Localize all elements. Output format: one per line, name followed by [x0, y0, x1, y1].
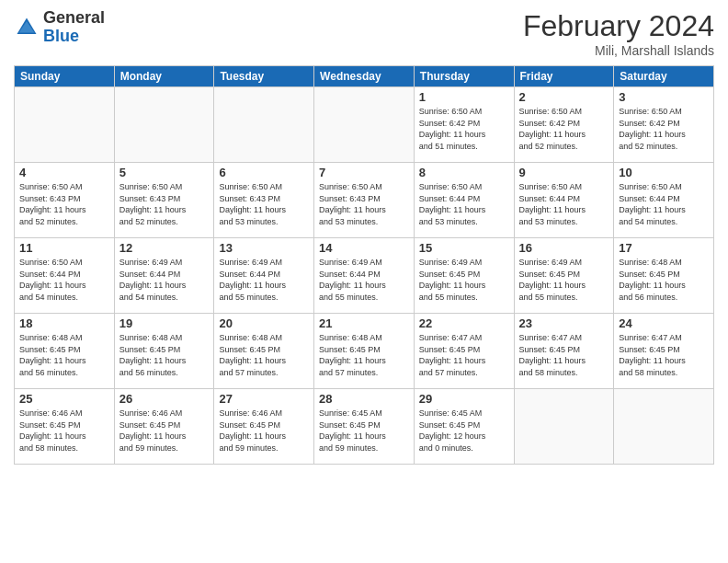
calendar-cell: 20Sunrise: 6:48 AM Sunset: 6:45 PM Dayli… — [214, 314, 314, 389]
calendar-cell — [314, 87, 415, 163]
cell-info: Sunrise: 6:50 AM Sunset: 6:44 PM Dayligh… — [419, 181, 509, 227]
day-number: 6 — [219, 166, 309, 179]
calendar-week-2: 4Sunrise: 6:50 AM Sunset: 6:43 PM Daylig… — [15, 163, 714, 238]
calendar-cell: 10Sunrise: 6:50 AM Sunset: 6:44 PM Dayli… — [614, 163, 714, 238]
cell-info: Sunrise: 6:50 AM Sunset: 6:42 PM Dayligh… — [419, 106, 509, 152]
calendar-cell: 7Sunrise: 6:50 AM Sunset: 6:43 PM Daylig… — [314, 163, 415, 238]
calendar-cell: 28Sunrise: 6:45 AM Sunset: 6:45 PM Dayli… — [314, 389, 415, 465]
day-number: 8 — [419, 166, 509, 179]
cell-info: Sunrise: 6:50 AM Sunset: 6:44 PM Dayligh… — [19, 257, 109, 303]
cell-info: Sunrise: 6:49 AM Sunset: 6:45 PM Dayligh… — [519, 257, 609, 303]
cell-info: Sunrise: 6:48 AM Sunset: 6:45 PM Dayligh… — [319, 332, 409, 378]
col-sunday: Sunday — [15, 66, 115, 87]
day-number: 7 — [319, 166, 409, 179]
calendar-cell: 12Sunrise: 6:49 AM Sunset: 6:44 PM Dayli… — [114, 238, 214, 314]
day-number: 13 — [219, 241, 309, 255]
calendar-header-row: Sunday Monday Tuesday Wednesday Thursday… — [15, 66, 714, 87]
calendar-body: 1Sunrise: 6:50 AM Sunset: 6:42 PM Daylig… — [15, 87, 714, 465]
cell-info: Sunrise: 6:49 AM Sunset: 6:44 PM Dayligh… — [219, 257, 309, 303]
month-title: February 2024 — [523, 9, 714, 43]
day-number: 27 — [219, 392, 309, 406]
calendar-cell: 16Sunrise: 6:49 AM Sunset: 6:45 PM Dayli… — [514, 238, 614, 314]
day-number: 26 — [119, 392, 210, 406]
cell-info: Sunrise: 6:47 AM Sunset: 6:45 PM Dayligh… — [419, 332, 509, 378]
calendar-cell: 6Sunrise: 6:50 AM Sunset: 6:43 PM Daylig… — [214, 163, 314, 238]
calendar-cell — [214, 87, 314, 163]
day-number: 24 — [619, 316, 709, 330]
calendar-cell: 29Sunrise: 6:45 AM Sunset: 6:45 PM Dayli… — [414, 389, 514, 465]
logo-icon — [14, 15, 40, 40]
day-number: 12 — [119, 241, 210, 255]
calendar-cell: 4Sunrise: 6:50 AM Sunset: 6:43 PM Daylig… — [15, 163, 115, 238]
day-number: 25 — [19, 392, 109, 406]
page-container: General Blue February 2024 Mili, Marshal… — [0, 0, 728, 563]
day-number: 14 — [319, 241, 409, 255]
calendar-cell: 22Sunrise: 6:47 AM Sunset: 6:45 PM Dayli… — [414, 314, 514, 389]
calendar-cell — [514, 389, 614, 465]
col-tuesday: Tuesday — [214, 66, 314, 87]
calendar-week-1: 1Sunrise: 6:50 AM Sunset: 6:42 PM Daylig… — [15, 87, 714, 163]
day-number: 1 — [419, 90, 509, 104]
calendar-cell: 21Sunrise: 6:48 AM Sunset: 6:45 PM Dayli… — [314, 314, 415, 389]
cell-info: Sunrise: 6:50 AM Sunset: 6:43 PM Dayligh… — [19, 181, 109, 227]
day-number: 28 — [319, 392, 409, 406]
calendar-cell: 18Sunrise: 6:48 AM Sunset: 6:45 PM Dayli… — [15, 314, 115, 389]
calendar-cell: 26Sunrise: 6:46 AM Sunset: 6:45 PM Dayli… — [114, 389, 214, 465]
cell-info: Sunrise: 6:50 AM Sunset: 6:42 PM Dayligh… — [519, 106, 609, 152]
cell-info: Sunrise: 6:50 AM Sunset: 6:43 PM Dayligh… — [319, 181, 409, 227]
cell-info: Sunrise: 6:45 AM Sunset: 6:45 PM Dayligh… — [319, 408, 409, 454]
day-number: 19 — [119, 316, 210, 330]
cell-info: Sunrise: 6:47 AM Sunset: 6:45 PM Dayligh… — [519, 332, 609, 378]
day-number: 3 — [619, 90, 709, 104]
day-number: 29 — [419, 392, 509, 406]
cell-info: Sunrise: 6:50 AM Sunset: 6:42 PM Dayligh… — [619, 106, 709, 152]
cell-info: Sunrise: 6:50 AM Sunset: 6:43 PM Dayligh… — [219, 181, 309, 227]
day-number: 9 — [519, 166, 609, 179]
cell-info: Sunrise: 6:48 AM Sunset: 6:45 PM Dayligh… — [619, 257, 709, 303]
day-number: 17 — [619, 241, 709, 255]
logo: General Blue — [14, 9, 105, 46]
calendar-cell: 8Sunrise: 6:50 AM Sunset: 6:44 PM Daylig… — [414, 163, 514, 238]
calendar-cell — [15, 87, 115, 163]
calendar-cell: 2Sunrise: 6:50 AM Sunset: 6:42 PM Daylig… — [514, 87, 614, 163]
logo-text: General Blue — [43, 9, 105, 46]
day-number: 2 — [519, 90, 609, 104]
calendar-cell: 9Sunrise: 6:50 AM Sunset: 6:44 PM Daylig… — [514, 163, 614, 238]
cell-info: Sunrise: 6:46 AM Sunset: 6:45 PM Dayligh… — [119, 408, 210, 454]
cell-info: Sunrise: 6:49 AM Sunset: 6:44 PM Dayligh… — [319, 257, 409, 303]
calendar-cell: 15Sunrise: 6:49 AM Sunset: 6:45 PM Dayli… — [414, 238, 514, 314]
day-number: 11 — [19, 241, 109, 255]
calendar-cell: 1Sunrise: 6:50 AM Sunset: 6:42 PM Daylig… — [414, 87, 514, 163]
day-number: 23 — [519, 316, 609, 330]
calendar-week-3: 11Sunrise: 6:50 AM Sunset: 6:44 PM Dayli… — [15, 238, 714, 314]
cell-info: Sunrise: 6:45 AM Sunset: 6:45 PM Dayligh… — [419, 408, 509, 454]
calendar-cell: 5Sunrise: 6:50 AM Sunset: 6:43 PM Daylig… — [114, 163, 214, 238]
title-block: February 2024 Mili, Marshall Islands — [523, 9, 714, 58]
cell-info: Sunrise: 6:48 AM Sunset: 6:45 PM Dayligh… — [219, 332, 309, 378]
day-number: 5 — [119, 166, 210, 179]
col-saturday: Saturday — [614, 66, 714, 87]
calendar-cell: 14Sunrise: 6:49 AM Sunset: 6:44 PM Dayli… — [314, 238, 415, 314]
day-number: 20 — [219, 316, 309, 330]
day-number: 18 — [19, 316, 109, 330]
calendar-week-5: 25Sunrise: 6:46 AM Sunset: 6:45 PM Dayli… — [15, 389, 714, 465]
col-wednesday: Wednesday — [314, 66, 415, 87]
cell-info: Sunrise: 6:50 AM Sunset: 6:44 PM Dayligh… — [519, 181, 609, 227]
cell-info: Sunrise: 6:49 AM Sunset: 6:44 PM Dayligh… — [119, 257, 210, 303]
day-number: 10 — [619, 166, 709, 179]
day-number: 22 — [419, 316, 509, 330]
calendar-cell: 24Sunrise: 6:47 AM Sunset: 6:45 PM Dayli… — [614, 314, 714, 389]
cell-info: Sunrise: 6:46 AM Sunset: 6:45 PM Dayligh… — [219, 408, 309, 454]
calendar-cell: 27Sunrise: 6:46 AM Sunset: 6:45 PM Dayli… — [214, 389, 314, 465]
calendar: Sunday Monday Tuesday Wednesday Thursday… — [14, 65, 714, 465]
col-friday: Friday — [514, 66, 614, 87]
col-monday: Monday — [114, 66, 214, 87]
day-number: 16 — [519, 241, 609, 255]
calendar-cell: 17Sunrise: 6:48 AM Sunset: 6:45 PM Dayli… — [614, 238, 714, 314]
day-number: 4 — [19, 166, 109, 179]
logo-general: General — [43, 8, 105, 27]
day-number: 15 — [419, 241, 509, 255]
calendar-cell: 19Sunrise: 6:48 AM Sunset: 6:45 PM Dayli… — [114, 314, 214, 389]
col-thursday: Thursday — [414, 66, 514, 87]
header: General Blue February 2024 Mili, Marshal… — [14, 9, 714, 58]
